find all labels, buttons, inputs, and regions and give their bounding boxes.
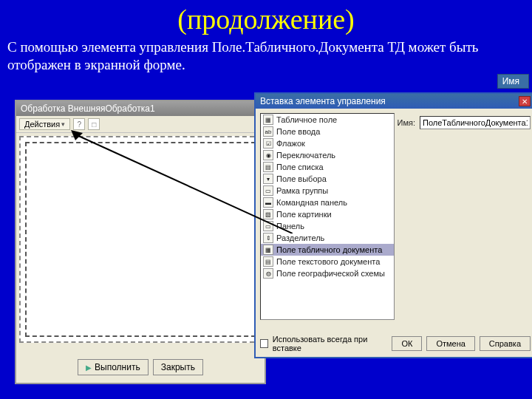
control-type-icon: ▾ [263, 174, 273, 184]
list-item-label: Поле картинки [276, 210, 332, 219]
name-field[interactable] [420, 116, 531, 129]
list-item[interactable]: ▭Рамка группы [261, 185, 394, 197]
cancel-button[interactable]: Отмена [426, 336, 474, 351]
list-item-label: Поле табличного документа [276, 245, 382, 254]
list-item[interactable]: ▧Поле картинки [261, 208, 394, 220]
control-type-icon: ab [263, 126, 273, 137]
chevron-down-icon: ▾ [61, 120, 65, 128]
list-item-label: Панель [276, 222, 304, 231]
form-toolbar: Действия ▾ ? □ [16, 116, 265, 133]
control-type-icon: ◍ [263, 268, 273, 279]
dialog-body: ▦Табличное полеabПоле ввода☑Флажок◉Перек… [256, 109, 532, 324]
list-item[interactable]: ▤Поле текстового документа [261, 256, 394, 267]
list-item[interactable]: ▦Табличное поле [261, 114, 394, 126]
dialog-footer: Использовать всегда при вставке ОК Отмен… [260, 335, 531, 352]
subtitle-part-a: С помощью элемента управления [7, 39, 212, 55]
list-item-label: Рамка группы [276, 186, 328, 195]
form-titlebar: Обработка ВнешняяОбработка1 [16, 101, 265, 116]
control-type-icon: ☑ [263, 138, 273, 149]
list-item[interactable]: ⇕Разделитель [261, 232, 394, 244]
close-icon[interactable]: ✕ [519, 96, 531, 106]
list-item-label: Переключатель [276, 151, 335, 160]
subtitle-part-b: Поле.Табличного.Документа [212, 39, 388, 55]
help-icon[interactable]: ? [73, 118, 85, 130]
play-icon: ▶ [86, 364, 92, 372]
control-type-icon: ▬ [263, 197, 273, 208]
actions-label: Действия [24, 120, 60, 129]
slide-title: (продолжение) [0, 0, 532, 35]
execute-button[interactable]: ▶ Выполнить [78, 359, 149, 375]
use-always-checkbox[interactable] [260, 339, 268, 348]
list-item-label: Табличное поле [276, 115, 337, 124]
control-type-icon: ▭ [263, 221, 273, 231]
name-field-label: Имя: [398, 118, 415, 127]
list-item[interactable]: ◉Переключатель [261, 149, 394, 161]
dialog-titlebar: Вставка элемента управления ✕ [256, 94, 532, 109]
slide-subtitle: С помощью элемента управления Поле.Табли… [0, 35, 532, 80]
help-button[interactable]: Справка [480, 336, 531, 351]
use-always-label: Использовать всегда при вставке [273, 335, 383, 352]
list-item[interactable]: ☑Флажок [261, 137, 394, 149]
execute-label: Выполнить [95, 362, 140, 372]
list-item-label: Поле ввода [276, 127, 320, 136]
control-type-icon: ▤ [263, 162, 273, 172]
list-item[interactable]: abПоле ввода [261, 126, 394, 137]
list-item-label: Поле выбора [276, 174, 327, 183]
control-type-list[interactable]: ▦Табличное полеabПоле ввода☑Флажок◉Перек… [260, 113, 395, 320]
list-item-label: Флажок [276, 139, 305, 148]
control-type-icon: ⇕ [263, 233, 273, 243]
properties-icon[interactable]: □ [88, 118, 100, 130]
control-type-icon: ▤ [263, 256, 273, 267]
list-item-label: Поле списка [276, 163, 324, 171]
control-type-icon: ▦ [263, 245, 273, 255]
actions-menu-button[interactable]: Действия ▾ [19, 118, 70, 130]
list-item-label: Поле текстового документа [276, 257, 380, 266]
list-item-label: Разделитель [276, 233, 324, 242]
ok-button[interactable]: ОК [392, 336, 422, 351]
control-type-icon: ▦ [263, 115, 273, 125]
list-item[interactable]: ▦Поле табличного документа [261, 244, 394, 256]
form-designer-window: Обработка ВнешняяОбработка1 Действия ▾ ?… [15, 100, 266, 384]
list-item[interactable]: ▾Поле выбора [261, 173, 394, 185]
list-item[interactable]: ◍Поле географической схемы [261, 267, 394, 279]
dialog-right-pane: Имя: [398, 113, 531, 320]
control-type-icon: ◉ [263, 150, 273, 160]
list-item[interactable]: ▬Командная панель [261, 197, 394, 208]
close-button[interactable]: Закрыть [153, 359, 203, 375]
list-item[interactable]: ▭Панель [261, 220, 394, 232]
dialog-title: Вставка элемента управления [260, 96, 386, 106]
placed-control-outline[interactable] [25, 142, 256, 337]
control-type-icon: ▧ [263, 209, 273, 219]
property-panel-label: Имя [497, 74, 529, 89]
list-item-label: Поле географической схемы [276, 269, 385, 278]
control-type-icon: ▭ [263, 185, 273, 196]
design-surface[interactable] [19, 136, 262, 343]
form-bottom-bar: ▶ Выполнить Закрыть [16, 356, 265, 378]
list-item-label: Командная панель [276, 198, 347, 207]
insert-control-dialog: Вставка элемента управления ✕ ▦Табличное… [254, 92, 532, 358]
list-item[interactable]: ▤Поле списка [261, 161, 394, 173]
